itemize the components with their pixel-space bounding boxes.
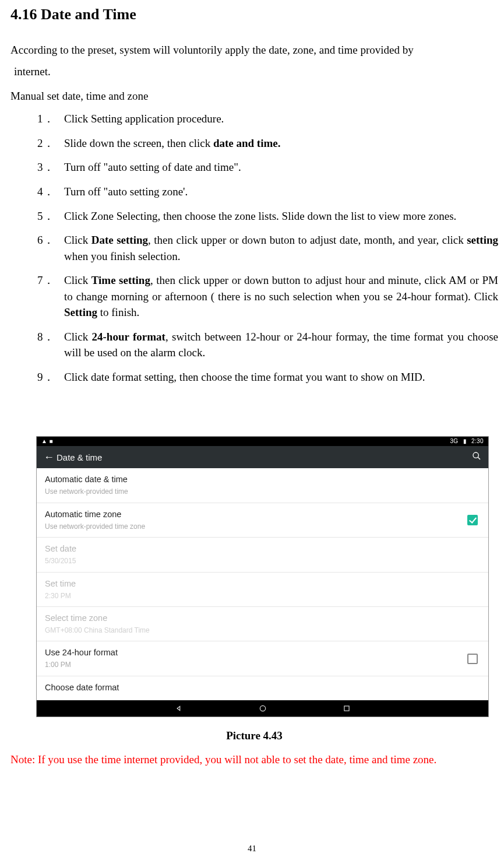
step-bold: Setting xyxy=(64,306,97,318)
row-set-time: Set time 2:30 PM xyxy=(37,573,488,607)
step-text: Turn off "auto setting zone'. xyxy=(64,185,188,198)
step-text: Click xyxy=(64,234,91,246)
section-heading: 4.16 Date and Time xyxy=(10,3,498,26)
status-bar: ▲ ■ 3G ▮ 2:30 xyxy=(37,437,488,446)
nav-recent-icon[interactable] xyxy=(343,704,351,712)
checkbox-checked-icon[interactable] xyxy=(467,515,478,525)
row-title: Set time xyxy=(45,578,478,590)
step-bold: Date setting xyxy=(91,234,148,246)
search-icon[interactable] xyxy=(472,451,481,464)
step-text: when you finish selection. xyxy=(64,250,180,262)
intro-paragraph-line1: According to the preset, system will vol… xyxy=(10,42,498,58)
row-subtitle: Use network-provided time xyxy=(45,487,478,497)
step-text: Click date format setting, then choose t… xyxy=(64,371,425,383)
step-8: 8． Click 24-hour format, switch between … xyxy=(37,329,498,361)
step-text: Click xyxy=(64,331,92,343)
row-subtitle: 5/30/2015 xyxy=(45,556,478,566)
step-4: 4． Turn off "auto setting zone'. xyxy=(37,184,498,200)
signal-3g-icon: 3G xyxy=(450,437,458,446)
row-subtitle: 1:00 PM xyxy=(45,660,467,670)
step-number: 8． xyxy=(37,329,54,345)
step-bold: date and time. xyxy=(213,137,281,149)
status-time: 2:30 xyxy=(471,437,484,446)
step-text: , then click upper or down buton to adju… xyxy=(148,234,467,246)
row-auto-date-time[interactable]: Automatic date & time Use network-provid… xyxy=(37,468,488,503)
figure-caption: Picture 4.43 xyxy=(10,728,498,744)
svg-point-0 xyxy=(473,452,478,458)
step-text: Click Zone Selecting, then choose the zo… xyxy=(64,210,456,222)
step-9: 9． Click date format setting, then choos… xyxy=(37,369,498,385)
step-number: 1． xyxy=(37,111,54,127)
step-bold: setting xyxy=(467,234,498,246)
row-title: Automatic time zone xyxy=(45,508,467,521)
row-auto-time-zone[interactable]: Automatic time zone Use network-provided… xyxy=(37,503,488,538)
step-number: 6． xyxy=(37,232,54,248)
svg-line-1 xyxy=(478,457,480,459)
step-bold: 24-hour format xyxy=(92,331,165,343)
row-subtitle: GMT+08:00 China Standard Time xyxy=(45,626,478,636)
status-left-icons: ▲ ■ xyxy=(41,437,53,446)
step-3: 3． Turn off "auto setting of date and ti… xyxy=(37,159,498,175)
row-title: Select time zone xyxy=(45,612,478,624)
row-title: Use 24-hour format xyxy=(45,647,467,659)
step-number: 2． xyxy=(37,135,54,152)
row-choose-date-format[interactable]: Choose date format xyxy=(37,676,488,700)
row-subtitle: Use network-provided time zone xyxy=(45,522,467,532)
step-number: 5． xyxy=(37,208,54,224)
manual-subheading: Manual set date, time and zone xyxy=(10,88,498,104)
step-7: 7． Click Time setting, then click upper … xyxy=(37,272,498,321)
checkbox-unchecked-icon[interactable] xyxy=(467,654,478,664)
row-title: Choose date format xyxy=(45,682,478,694)
battery-icon: ▮ xyxy=(463,437,467,446)
svg-point-2 xyxy=(260,705,265,711)
step-6: 6． Click Date setting, then click upper … xyxy=(37,232,498,264)
step-text: Turn off "auto setting of date and time"… xyxy=(64,161,241,173)
note-text: Note: If you use the time internet provi… xyxy=(10,752,498,768)
step-2: 2． Slide down the screen, then click dat… xyxy=(37,135,498,152)
nav-bar xyxy=(37,700,488,717)
step-number: 7． xyxy=(37,272,54,289)
app-bar: ← Date & time xyxy=(37,446,488,468)
row-subtitle: 2:30 PM xyxy=(45,591,478,601)
step-text: Click xyxy=(64,274,91,286)
row-title: Set date xyxy=(45,543,478,555)
appbar-title: Date & time xyxy=(57,451,102,464)
nav-home-icon[interactable] xyxy=(259,704,267,712)
intro-paragraph-line2: internet. xyxy=(10,64,498,80)
android-screenshot: ▲ ■ 3G ▮ 2:30 ← Date & time Automatic da… xyxy=(36,436,489,717)
back-arrow-icon[interactable]: ← xyxy=(44,450,57,465)
step-text: to finish. xyxy=(97,306,139,318)
step-number: 9． xyxy=(37,369,54,385)
step-bold: Time setting xyxy=(91,274,150,286)
page-number: 41 xyxy=(0,843,504,855)
step-1: 1． Click Setting application procedure. xyxy=(37,111,498,127)
nav-back-icon[interactable] xyxy=(175,704,183,712)
row-title: Automatic date & time xyxy=(45,473,478,486)
step-5: 5． Click Zone Selecting, then choose the… xyxy=(37,208,498,224)
row-24-hour-format[interactable]: Use 24-hour format 1:00 PM xyxy=(37,641,488,676)
step-text: Slide down the screen, then click xyxy=(64,137,213,149)
row-select-time-zone: Select time zone GMT+08:00 China Standar… xyxy=(37,607,488,641)
step-number: 4． xyxy=(37,184,54,200)
steps-list: 1． Click Setting application procedure. … xyxy=(10,111,498,385)
svg-rect-3 xyxy=(344,706,348,711)
row-set-date: Set date 5/30/2015 xyxy=(37,538,488,572)
step-text: Click Setting application procedure. xyxy=(64,113,224,125)
step-number: 3． xyxy=(37,159,54,175)
screenshot-figure: ▲ ■ 3G ▮ 2:30 ← Date & time Automatic da… xyxy=(36,436,489,717)
